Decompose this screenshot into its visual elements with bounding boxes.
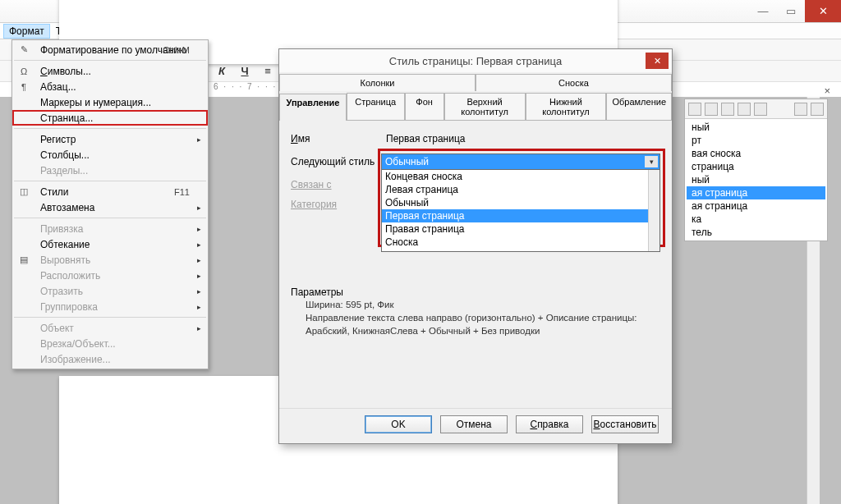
list-styles-icon[interactable] <box>754 103 767 116</box>
option-footnote[interactable]: Сноска <box>382 236 659 249</box>
chevron-down-icon[interactable]: ▾ <box>645 156 658 167</box>
styles-pane-header <box>685 99 827 119</box>
page-styles-icon[interactable] <box>738 103 751 116</box>
tab-footer[interactable]: Нижний колонтитул <box>526 93 607 120</box>
menu-page[interactable]: Страница... <box>12 110 208 126</box>
menu-arrange: Расположить▸ <box>12 268 208 283</box>
tab-borders[interactable]: Обрамление <box>606 93 672 120</box>
style-item-selected[interactable]: ая страница <box>687 186 825 199</box>
styles-icon: ◫ <box>17 186 30 199</box>
style-item[interactable]: страница <box>687 160 825 173</box>
style-item[interactable]: ный <box>687 173 825 186</box>
caption-buttons: — ▭ ✕ <box>749 0 841 22</box>
page-style-dialog: Стиль страницы: Первая страница ✕ Колонк… <box>278 48 673 444</box>
styles-list[interactable]: ный рт вая сноска страница ный ая страни… <box>685 119 827 241</box>
menu-frame-object: Врезка/Объект... <box>12 336 208 351</box>
tab-page[interactable]: Страница <box>347 93 405 120</box>
dropdown-listbox[interactable]: Концевая сноска Левая страница Обычный П… <box>381 170 660 252</box>
frame-styles-icon[interactable] <box>721 103 734 116</box>
option-right-page[interactable]: Правая страница <box>382 222 659 236</box>
dialog-tabs-row2: Управление Страница Фон Верхний колонтит… <box>279 91 672 121</box>
menu-paragraph[interactable]: ¶Абзац... <box>12 79 208 94</box>
dropdown-selected[interactable]: Обычный ▾ <box>381 153 660 170</box>
option-endnote[interactable]: Концевая сноска <box>382 170 659 183</box>
menu-default-formatting[interactable]: ✎Форматирование по умолчаниюCtrl+M <box>12 42 208 57</box>
menu-bullets[interactable]: Маркеры и нумерация... <box>12 94 208 110</box>
underline-button[interactable]: Ч <box>237 63 253 80</box>
style-item[interactable]: ка <box>687 213 825 226</box>
new-style-icon[interactable] <box>811 103 824 116</box>
value-name: Первая страница <box>381 133 660 144</box>
minimize-button[interactable]: — <box>749 0 777 22</box>
option-first-page[interactable]: Первая страница <box>382 209 659 222</box>
align-left-button[interactable]: ≡ <box>260 63 276 80</box>
style-item[interactable]: ный <box>687 121 825 134</box>
close-button[interactable]: ✕ <box>805 0 841 22</box>
tab-background[interactable]: Фон <box>405 93 444 120</box>
paragraph-icon: ¶ <box>17 80 30 94</box>
menu-align: ▤Выровнять▸ <box>12 252 208 268</box>
menu-image: Изображение... <box>12 351 208 367</box>
params-section: Параметры Ширина: 595 pt, Фик Направлени… <box>291 286 660 337</box>
align-icon: ▤ <box>17 254 30 267</box>
option-default[interactable]: Обычный <box>382 196 659 209</box>
reset-button[interactable]: Восстановить <box>591 415 659 433</box>
menu-columns[interactable]: Столбцы... <box>12 147 208 163</box>
menu-group: Группировка▸ <box>12 299 208 314</box>
menu-binding: Привязка▸ <box>12 221 208 236</box>
style-item[interactable]: ая страница <box>687 199 825 213</box>
params-header: Параметры <box>291 286 660 298</box>
tab-organizer[interactable]: Управление <box>279 94 347 121</box>
menu-flip: Отразить▸ <box>12 283 208 299</box>
menu-autocorrect[interactable]: Автозамена▸ <box>12 199 208 215</box>
style-item[interactable]: вая сноска <box>687 147 825 160</box>
symbol-icon: Ω <box>17 65 30 78</box>
tab-footnote[interactable]: Сноска <box>476 74 672 91</box>
dialog-title: Стиль страницы: Первая страница <box>389 55 562 67</box>
styles-pane-close[interactable]: × <box>824 85 830 97</box>
maximize-button[interactable]: ▭ <box>777 0 805 22</box>
row-name: Имя Первая страница <box>291 129 660 149</box>
cancel-button[interactable]: Отмена <box>440 415 508 433</box>
menu-sections: Разделы... <box>12 163 208 178</box>
menu-object: Объект▸ <box>12 320 208 336</box>
label-linked: Связан с <box>291 179 381 190</box>
dialog-tabs-row1: Колонки Сноска <box>279 72 672 91</box>
menu-wrap[interactable]: Обтекание▸ <box>12 236 208 252</box>
style-item[interactable]: тель <box>687 226 825 239</box>
menu-register[interactable]: Регистр▸ <box>12 131 208 147</box>
italic-button[interactable]: К <box>214 63 230 80</box>
option-index[interactable]: Указатель <box>382 249 659 252</box>
menu-format[interactable]: Формат <box>3 24 50 39</box>
tab-columns[interactable]: Колонки <box>279 74 476 91</box>
params-line1: Ширина: 595 pt, Фик <box>291 298 660 311</box>
style-item[interactable]: рт <box>687 134 825 147</box>
label-category: Категория <box>291 199 381 210</box>
label-name: Имя <box>291 133 381 144</box>
dropdown-scrollbar[interactable] <box>648 170 659 251</box>
paragraph-styles-icon[interactable] <box>688 103 701 116</box>
row-next-style: Следующий стиль Обычный ▾ Концевая сноск… <box>291 152 660 172</box>
params-line2: Направление текста слева направо (горизо… <box>291 311 660 337</box>
menu-styles[interactable]: ◫СтилиF11 <box>12 184 208 199</box>
dialog-body: Имя Первая страница Следующий стиль Обыч… <box>279 121 672 400</box>
dialog-buttons: OK Отмена Справка Восстановить <box>279 408 672 443</box>
format-menu-dropdown: ✎Форматирование по умолчаниюCtrl+M ΩСимв… <box>11 39 209 369</box>
character-styles-icon[interactable] <box>705 103 718 116</box>
dialog-close-button[interactable]: ✕ <box>646 53 669 69</box>
menu-symbols[interactable]: ΩСимволы... <box>12 63 208 79</box>
broom-icon: ✎ <box>17 44 30 57</box>
option-left-page[interactable]: Левая страница <box>382 183 659 196</box>
styles-pane: × ный рт вая сноска страница ный ая стра… <box>684 99 828 241</box>
dialog-titlebar: Стиль страницы: Первая страница ✕ <box>279 49 672 72</box>
fill-format-icon[interactable] <box>794 103 807 116</box>
label-next-style: Следующий стиль <box>291 156 381 167</box>
dropdown-next-style[interactable]: Обычный ▾ Концевая сноска Левая страница… <box>381 153 660 170</box>
tab-header[interactable]: Верхний колонтитул <box>444 93 526 120</box>
ok-button[interactable]: OK <box>365 415 432 433</box>
help-button[interactable]: Справка <box>516 415 583 433</box>
